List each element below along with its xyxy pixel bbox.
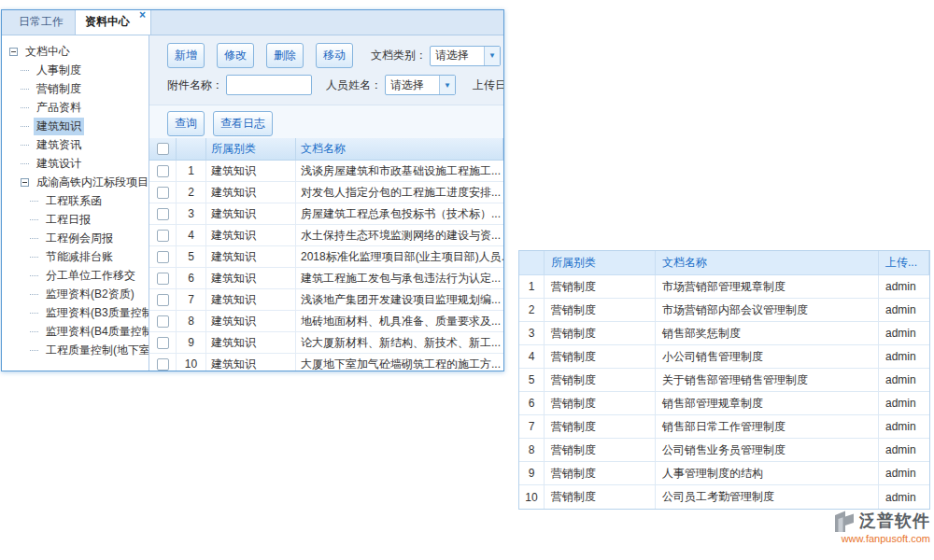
- tree-item[interactable]: 建筑设计: [9, 154, 149, 173]
- row-doc-name[interactable]: 地砖地面材料、机具准备、质量要求及...: [296, 311, 503, 331]
- row-checkbox-cell: [149, 182, 177, 203]
- tree-item-label: 分工单位工作移交: [43, 267, 138, 285]
- move-button[interactable]: 移动: [316, 43, 353, 68]
- row-checkbox[interactable]: [157, 315, 169, 328]
- row-checkbox[interactable]: [157, 358, 169, 371]
- tree-item-label: 建筑资讯: [34, 136, 84, 154]
- marketing-table-row[interactable]: 3营销制度销售部奖惩制度admin: [519, 322, 929, 345]
- view-log-button[interactable]: 查看日志: [213, 111, 273, 136]
- marketing-table-row[interactable]: 5营销制度关于销售部管理销售管理制度admin: [519, 369, 929, 392]
- row-category: 营销制度: [545, 322, 656, 344]
- tree-item[interactable]: 产品资料: [9, 98, 149, 117]
- row-doc-name[interactable]: 房屋建筑工程总承包投标书（技术标）...: [296, 203, 503, 224]
- marketing-table-row[interactable]: 1营销制度市场营销部管理规章制度admin: [519, 275, 929, 299]
- doc-table-row[interactable]: 7建筑知识浅谈地产集团开发建设项目监理规划编...: [149, 289, 503, 311]
- row-doc-name[interactable]: 市场营销部管理规章制度: [656, 275, 879, 298]
- tree-item[interactable]: 监理资料(B4质量控制): [9, 322, 149, 341]
- tree-item[interactable]: 建筑知识: [9, 117, 149, 135]
- attachment-name-label: 附件名称：: [167, 77, 223, 93]
- marketing-table-row[interactable]: 8营销制度公司销售业务员管理制度admin: [519, 439, 929, 462]
- row-checkbox[interactable]: [157, 337, 169, 349]
- doc-table-row[interactable]: 1建筑知识浅谈房屋建筑和市政基础设施工程施工...: [149, 161, 503, 182]
- row-doc-name[interactable]: 关于销售部管理销售管理制度: [656, 369, 879, 391]
- doc-table-row[interactable]: 6建筑知识建筑工程施工发包与承包违法行为认定...: [149, 268, 503, 289]
- category-select[interactable]: 请选择 ▼: [430, 46, 501, 66]
- tab-data-center[interactable]: 资料中心 ×: [75, 9, 151, 35]
- marketing-doc-table: 所属别类 文档名称 上传... 1营销制度市场营销部管理规章制度admin2营销…: [518, 250, 930, 510]
- delete-button[interactable]: 删除: [266, 43, 304, 68]
- marketing-table-row[interactable]: 6营销制度销售部管理规章制度admin: [519, 392, 929, 415]
- marketing-table-row[interactable]: 7营销制度销售部日常工作管理制度admin: [519, 415, 929, 439]
- row-checkbox[interactable]: [157, 208, 169, 220]
- collapse-icon[interactable]: [21, 178, 29, 187]
- doc-table-row[interactable]: 3建筑知识房屋建筑工程总承包投标书（技术标）...: [149, 203, 503, 225]
- row-doc-name[interactable]: 对发包人指定分包的工程施工进度安排...: [296, 182, 503, 203]
- tab-daily-work[interactable]: 日常工作: [7, 9, 75, 35]
- tree-item[interactable]: 营销制度: [9, 79, 149, 98]
- row-doc-name[interactable]: 论大厦新材料、新结构、新技术、新工...: [296, 332, 503, 353]
- fanpu-logo-icon: [832, 510, 856, 532]
- row-number: 4: [519, 345, 545, 368]
- row-doc-name[interactable]: 销售部奖惩制度: [656, 322, 879, 344]
- row-checkbox[interactable]: [157, 230, 169, 242]
- doc-table-row[interactable]: 10建筑知识大厦地下室加气砼墙砌筑工程的施工方...: [149, 354, 503, 371]
- row-doc-name[interactable]: 建筑工程施工发包与承包违法行为认定...: [296, 268, 503, 288]
- tree-item[interactable]: 人事制度: [9, 61, 149, 79]
- add-button[interactable]: 新增: [167, 43, 205, 68]
- tree-item[interactable]: 建筑资讯: [9, 135, 149, 154]
- row-checkbox[interactable]: [157, 251, 169, 263]
- marketing-table-row[interactable]: 9营销制度人事管理制度的结构admin: [519, 462, 929, 485]
- row-doc-name[interactable]: 市场营销部内部会议管理制度: [656, 299, 879, 321]
- tree-root-project[interactable]: 成渝高铁内江标段项目: [9, 173, 149, 191]
- row-doc-name[interactable]: 2018标准化监理项目部(业主项目部)人员...: [296, 246, 503, 267]
- row-checkbox[interactable]: [157, 187, 169, 199]
- tree-item[interactable]: 分工单位工作移交: [9, 266, 149, 285]
- row-uploader: admin: [879, 345, 929, 368]
- doc-table-row[interactable]: 2建筑知识对发包人指定分包的工程施工进度安排...: [149, 182, 503, 203]
- tree-item[interactable]: 工程质量控制(地下室): [9, 341, 149, 359]
- row-doc-name[interactable]: 人事管理制度的结构: [656, 462, 879, 484]
- brand-url[interactable]: www.fanpusoft.com: [832, 533, 930, 544]
- doc-table-row[interactable]: 9建筑知识论大厦新材料、新结构、新技术、新工...: [149, 332, 503, 354]
- marketing-table-row[interactable]: 10营销制度公司员工考勤管理制度admin: [519, 485, 929, 509]
- row-doc-name[interactable]: 浅谈房屋建筑和市政基础设施工程施工...: [296, 161, 503, 181]
- row-category: 建筑知识: [206, 203, 296, 224]
- tree-root-document-center[interactable]: 文档中心: [9, 42, 149, 61]
- row-doc-name[interactable]: 浅谈地产集团开发建设项目监理规划编...: [296, 289, 503, 310]
- person-select[interactable]: 请选择 ▼: [385, 75, 456, 95]
- row-doc-name[interactable]: 公司员工考勤管理制度: [656, 485, 879, 509]
- tree-item[interactable]: 监理资料(B2资质): [9, 285, 149, 303]
- select-all-checkbox[interactable]: [157, 143, 169, 155]
- row-doc-name[interactable]: 销售部管理规章制度: [656, 392, 879, 414]
- row-checkbox-cell: [149, 246, 177, 267]
- row-doc-name[interactable]: 销售部日常工作管理制度: [656, 415, 879, 438]
- tree-item[interactable]: 监理资料(B3质量控制): [9, 303, 149, 322]
- tab-bar: 日常工作 资料中心 ×: [2, 10, 503, 35]
- tree-item-label: 工程日报: [43, 211, 93, 229]
- marketing-table-row[interactable]: 4营销制度小公司销售管理制度admin: [519, 345, 929, 369]
- marketing-table-row[interactable]: 2营销制度市场营销部内部会议管理制度admin: [519, 299, 929, 322]
- brand-logo: 泛普软件 www.fanpusoft.com: [832, 510, 930, 544]
- tree-group-doc: 人事制度营销制度产品资料建筑知识建筑资讯建筑设计: [9, 61, 149, 173]
- modify-button[interactable]: 修改: [217, 43, 254, 68]
- row-checkbox[interactable]: [157, 294, 169, 306]
- query-button[interactable]: 查询: [167, 111, 205, 136]
- row-checkbox[interactable]: [157, 165, 169, 177]
- row-doc-name[interactable]: 小公司销售管理制度: [656, 345, 879, 368]
- row-doc-name[interactable]: 公司销售业务员管理制度: [656, 439, 879, 461]
- tab-close-icon[interactable]: ×: [139, 9, 146, 21]
- row-checkbox[interactable]: [157, 273, 169, 285]
- row-doc-name[interactable]: 大厦地下室加气砼墙砌筑工程的施工方...: [296, 354, 503, 371]
- tree-item-label: 工程质量控制(地下室): [43, 342, 149, 359]
- row-doc-name[interactable]: 水土保持生态环境监测网络的建设与资...: [296, 225, 503, 245]
- tree-item[interactable]: 工程例会周报: [9, 229, 149, 247]
- doc-table-row[interactable]: 4建筑知识水土保持生态环境监测网络的建设与资...: [149, 225, 503, 246]
- doc-table-row[interactable]: 8建筑知识地砖地面材料、机具准备、质量要求及...: [149, 311, 503, 332]
- tree-item[interactable]: 节能减排台账: [9, 247, 149, 266]
- collapse-icon[interactable]: [9, 48, 18, 56]
- doc-table-row[interactable]: 5建筑知识2018标准化监理项目部(业主项目部)人员...: [149, 246, 503, 268]
- row-checkbox-cell: [149, 225, 177, 245]
- tree-item[interactable]: 工程日报: [9, 210, 149, 229]
- tree-item[interactable]: 工程联系函: [9, 191, 149, 210]
- attachment-name-input[interactable]: [226, 75, 312, 95]
